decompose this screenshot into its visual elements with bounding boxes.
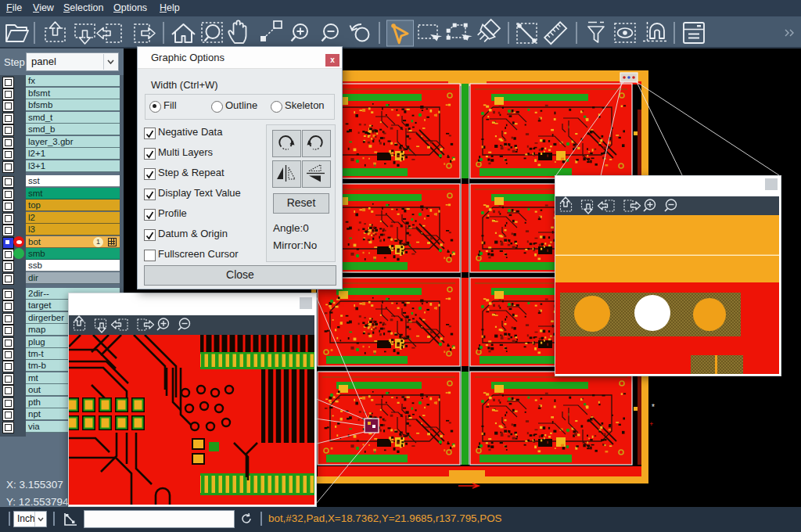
svg-text:+: + <box>649 420 653 428</box>
svg-text:*: * <box>652 403 655 412</box>
